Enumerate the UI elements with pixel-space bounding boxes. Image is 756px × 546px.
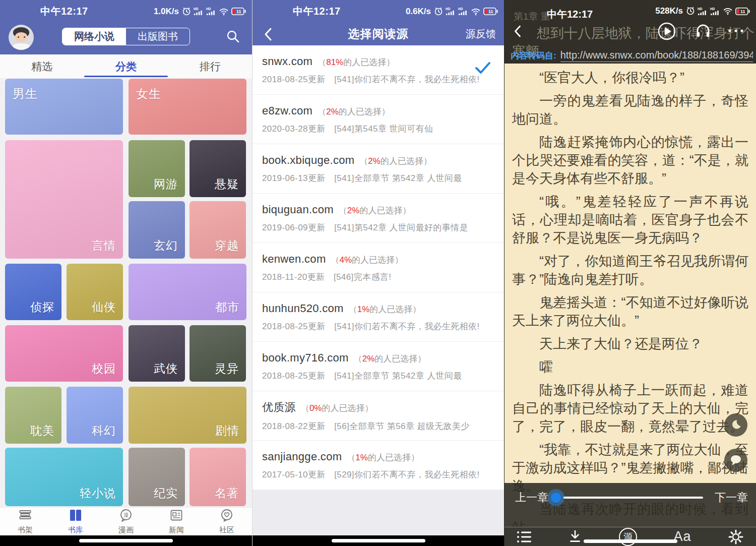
nav-item-漫画[interactable]: 漫漫画 <box>101 508 151 535</box>
progress-track[interactable] <box>563 497 703 499</box>
listen-play-button[interactable] <box>657 21 677 43</box>
category-tile-5[interactable]: 悬疑 <box>190 140 246 197</box>
change-source-button[interactable]: 源 <box>619 528 637 546</box>
prev-chapter-button[interactable]: 上一章 <box>515 490 548 505</box>
battery-icon: 11 <box>483 8 498 15</box>
toggle-web-novel[interactable]: 网络小说 <box>62 28 126 45</box>
tab-2[interactable]: 分类 <box>84 54 168 78</box>
source-item-hunhun520.com[interactable]: hunhun520.com（1%的人已选择）2018-08-25更新 [541]… <box>253 292 504 342</box>
category-tile-14[interactable]: 耽美 <box>5 387 61 444</box>
source-detail: 2019-06-13更新 [541]全部章节 第542章 人世间最 <box>262 172 494 184</box>
source-item-snwx.com[interactable]: snwx.com（81%的人已选择）2018-08-25更新 [541]你们若不… <box>253 45 504 95</box>
category-tile-15[interactable]: 科幻 <box>67 387 123 444</box>
source-item-kenwen.com[interactable]: kenwen.com（4%的人已选择）2018-11-20更新 [546]完本感… <box>253 243 504 292</box>
nav-item-书库[interactable]: 书库 <box>50 508 101 535</box>
status-bar: 中午12:17 1.0K/s HD HD 11 <box>0 0 252 23</box>
category-tile-1[interactable]: 男生 <box>5 79 123 135</box>
category-tile-16[interactable]: 剧情 <box>129 387 246 444</box>
active-tab-underline <box>84 76 168 77</box>
category-tile-8[interactable]: 侦探 <box>5 264 61 320</box>
book-type-toggle: 网络小说 出版图书 <box>62 28 190 45</box>
source-item-sanjiangge.com[interactable]: sanjiangge.com（1%的人已选择）2017-05-10更新 [529… <box>253 441 504 490</box>
source-list: snwx.com（81%的人已选择）2018-08-25更新 [541]你们若不… <box>253 45 504 490</box>
tile-label: 穿越 <box>215 238 239 254</box>
download-icon[interactable] <box>568 530 582 544</box>
source-url-link[interactable]: http://www.snwx.com/book/188/188169/394… <box>560 49 753 62</box>
category-tile-12[interactable]: 武侠 <box>129 325 185 382</box>
night-mode-button[interactable] <box>724 413 747 437</box>
source-item-book.xbiquge.com[interactable]: book.xbiquge.com（2%的人已选择）2019-06-13更新 [5… <box>253 144 504 194</box>
source-percent-note: （2%的人已选择） <box>359 155 432 167</box>
search-icon[interactable] <box>226 29 240 45</box>
tab-3[interactable]: 排行 <box>168 54 252 78</box>
source-detail: 2018-08-22更新 [56]全部章节 第56章 超级无敌美少 <box>262 420 494 432</box>
tab-1[interactable]: 精选 <box>0 54 84 78</box>
tile-label: 侦探 <box>30 299 54 315</box>
nav-item-社区[interactable]: 社区 <box>202 508 252 535</box>
back-icon[interactable] <box>263 27 274 44</box>
category-tile-11[interactable]: 校园 <box>5 325 123 382</box>
home-indicator[interactable] <box>332 539 425 542</box>
source-item-book.my716.com[interactable]: book.my716.com（2%的人已选择）2018-08-25更新 [541… <box>253 342 504 391</box>
tile-label: 言情 <box>92 238 116 254</box>
headphones-icon[interactable] <box>695 23 711 40</box>
catalog-icon[interactable] <box>517 530 532 543</box>
svg-text:11: 11 <box>488 9 493 14</box>
avatar[interactable] <box>9 25 34 50</box>
comments-button[interactable] <box>724 449 747 472</box>
status-icons: HD HD 11 <box>686 7 750 16</box>
nav-item-新闻[interactable]: 新闻 <box>151 508 202 535</box>
more-options-icon[interactable] <box>727 26 744 35</box>
source-percent-note: （0%的人已选择） <box>301 402 373 414</box>
progress-knob[interactable] <box>547 489 564 506</box>
toggle-published-books[interactable]: 出版图书 <box>126 28 190 45</box>
source-percent-note: （2%的人已选择） <box>354 353 426 365</box>
back-icon[interactable] <box>513 24 523 40</box>
source-percent-note: （4%的人已选择） <box>331 254 404 266</box>
percent-value: 4% <box>340 255 352 265</box>
source-percent-note: （2%的人已选择） <box>339 205 411 216</box>
bottom-nav: 书架书库漫漫画新闻社区 <box>0 507 252 535</box>
source-detail: 2018-11-20更新 [546]完本感言! <box>262 271 494 283</box>
library-tabs: 精选分类排行 <box>0 54 252 78</box>
source-detail: 2018-08-25更新 [541]你们若不离不弃，我必生死相依! <box>262 74 494 85</box>
library-panel: 男生女生言情网游悬疑玄幻穿越侦探仙侠都市校园武侠灵异耽美科幻剧情轻小说纪实名著 … <box>0 0 252 546</box>
tile-label: 校园 <box>92 361 116 377</box>
home-strip <box>253 535 504 546</box>
tile-label: 都市 <box>215 299 239 315</box>
next-chapter-button[interactable]: 下一章 <box>715 490 748 505</box>
reader-paragraph-1: “医官大人，你很冷吗？” <box>512 69 748 87</box>
source-domain: snwx.com <box>262 55 312 68</box>
home-indicator[interactable] <box>79 539 173 542</box>
category-tile-3[interactable]: 言情 <box>5 140 123 259</box>
source-item-优质源[interactable]: 优质源（0%的人已选择）2018-08-22更新 [56]全部章节 第56章 超… <box>253 391 504 441</box>
gear-icon[interactable] <box>728 529 744 545</box>
category-tile-9[interactable]: 仙侠 <box>67 264 123 320</box>
category-tile-4[interactable]: 网游 <box>129 140 185 197</box>
source-feedback-button[interactable]: 源反馈 <box>466 27 496 41</box>
tile-label: 轻小说 <box>80 486 116 501</box>
nav-item-书架[interactable]: 书架 <box>0 508 50 535</box>
tile-label: 网游 <box>154 176 178 192</box>
tile-label: 男生 <box>13 86 38 102</box>
category-tile-7[interactable]: 穿越 <box>190 201 246 259</box>
status-bar: 中午12:17 0.6K/s HD HD 11 <box>253 0 504 23</box>
category-tile-10[interactable]: 都市 <box>129 264 246 320</box>
source-item-biquguan.com[interactable]: biquguan.com（2%的人已选择）2019-06-09更新 [541]第… <box>253 194 504 243</box>
home-indicator[interactable] <box>584 539 677 543</box>
category-tile-18[interactable]: 纪实 <box>129 448 185 506</box>
tile-label: 名著 <box>215 486 239 501</box>
category-tile-6[interactable]: 玄幻 <box>129 201 185 259</box>
category-tile-17[interactable]: 轻小说 <box>5 448 123 506</box>
category-grid: 男生女生言情网游悬疑玄幻穿越侦探仙侠都市校园武侠灵异耽美科幻剧情轻小说纪实名著 <box>0 0 252 546</box>
category-tile-13[interactable]: 灵异 <box>190 325 246 382</box>
source-item-e8zw.com[interactable]: e8zw.com（2%的人已选择）2020-03-28更新 [544]第545章… <box>253 95 504 144</box>
svg-text:漫: 漫 <box>123 512 129 518</box>
source-percent-note: （2%的人已选择） <box>318 106 390 117</box>
source-domain: e8zw.com <box>262 104 312 117</box>
category-tile-19[interactable]: 名著 <box>190 448 246 506</box>
category-tile-2[interactable]: 女生 <box>129 79 246 135</box>
tile-label: 剧情 <box>215 423 239 439</box>
network-speed: 528K/s <box>655 6 683 16</box>
svg-text:HD: HD <box>458 7 463 11</box>
